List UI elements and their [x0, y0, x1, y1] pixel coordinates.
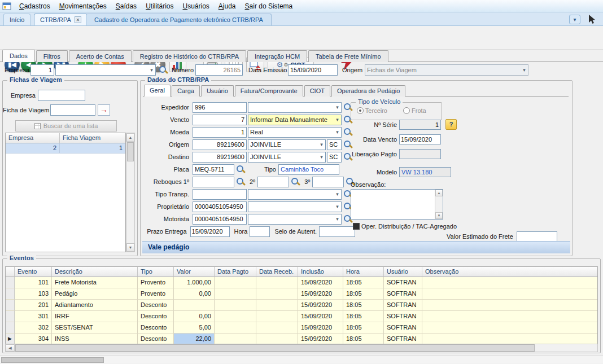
menu-utilitarios[interactable]: Utilitários — [141, 1, 178, 11]
cell-descricao[interactable]: Adiantamento — [52, 300, 138, 311]
valor-estimado-input[interactable] — [517, 231, 557, 242]
cell-ficha[interactable]: 1 — [60, 143, 125, 154]
cell-evento[interactable]: 101 — [15, 277, 52, 288]
eventos-row-current[interactable]: ▶ 304 INSS Desconto 22,00 15/09/2020 18:… — [6, 334, 597, 345]
eventos-hscrollbar[interactable]: ◀ — [5, 344, 598, 352]
cell-descricao[interactable]: SEST/SENAT — [52, 322, 138, 334]
buscar-de-uma-lista-button[interactable]: Buscar de uma lista — [15, 120, 117, 131]
tab-registro-historico[interactable]: Registro de Histórico do CTRB/RPA — [133, 50, 246, 62]
reboque2-search-icon[interactable] — [291, 177, 300, 186]
add-ficha-arrow-icon[interactable]: → — [98, 104, 110, 116]
tab-usuario[interactable]: Usuário — [201, 85, 234, 97]
col-observacao[interactable]: Observação — [422, 267, 597, 277]
cell-usuario[interactable]: SOFTRAN — [384, 322, 422, 334]
data-vencto-input[interactable] — [399, 134, 441, 144]
cell-tipo[interactable]: Desconto — [138, 334, 174, 345]
vale-pedagio-section-header[interactable]: Vale pedágio — [142, 241, 570, 253]
cell-tipo[interactable]: Provento — [138, 277, 174, 288]
cell-usuario[interactable]: SOFTRAN — [384, 277, 422, 288]
cell-valor[interactable]: 0,00 — [174, 288, 215, 300]
vencto-combo[interactable]: Informar Data Manualmente▾ — [248, 115, 342, 125]
scroll-thumb[interactable] — [1, 357, 104, 363]
cell-tipo[interactable]: Desconto — [138, 300, 174, 311]
empresa-input[interactable] — [30, 64, 54, 76]
reboque1-search-icon[interactable] — [236, 177, 245, 186]
fichas-ficha-input[interactable] — [50, 104, 95, 116]
cell-evento[interactable]: 103 — [15, 288, 52, 300]
tab-filtros[interactable]: Filtros — [36, 50, 68, 62]
col-usuario[interactable]: Usuário — [384, 267, 422, 277]
motorista-combo[interactable]: ▾ — [248, 214, 342, 225]
proprietario-combo[interactable]: ▾ — [248, 201, 342, 212]
cell-inclusao[interactable]: 15/09/2020 — [298, 277, 343, 288]
fichas-grid-row[interactable]: 2 1 — [6, 143, 125, 154]
data-emissao-input[interactable] — [288, 64, 338, 76]
cell-evento[interactable]: 304 — [15, 334, 52, 345]
tipo-transp-combo[interactable]: ▾ — [248, 189, 342, 200]
cell-tipo[interactable]: Desconto — [138, 311, 174, 322]
cell-tipo[interactable]: Provento — [138, 288, 174, 300]
col-inclusao[interactable]: Inclusão — [298, 267, 343, 277]
origem-combo[interactable]: Fichas de Viagem▾ — [365, 64, 528, 76]
reboque2-input[interactable] — [257, 177, 289, 187]
observacao-textarea[interactable]: ▲▼ — [351, 189, 443, 220]
cell-observacao[interactable] — [422, 277, 597, 288]
cell-evento[interactable]: 201 — [15, 300, 52, 311]
menu-saidas[interactable]: Saídas — [111, 1, 141, 11]
tab-dados[interactable]: Dados — [2, 50, 35, 62]
help-button[interactable]: ? — [445, 119, 457, 130]
cell-data-pagto[interactable] — [215, 277, 256, 288]
cell-hora[interactable]: 18:05 — [343, 300, 384, 311]
menu-sair[interactable]: Sair do Sistema — [241, 1, 298, 11]
cell-observacao[interactable] — [422, 288, 597, 300]
cell-descricao[interactable]: IRRF — [52, 311, 138, 322]
moeda-code-input[interactable] — [193, 127, 247, 138]
cell-valor[interactable]: 5,00 — [174, 322, 215, 334]
proprietario-input[interactable] — [193, 201, 247, 212]
eventos-row[interactable]: 201 Adiantamento Desconto 15/09/2020 18:… — [6, 300, 597, 311]
radio-frota[interactable]: Frota — [403, 107, 426, 114]
col-data-receb[interactable]: Data Receb. — [256, 267, 298, 277]
cell-data-receb[interactable] — [256, 288, 298, 300]
cursor-pointer-icon[interactable] — [587, 14, 596, 24]
placa-search-icon[interactable] — [236, 165, 245, 174]
vencto-code-input[interactable] — [193, 115, 247, 125]
hora-input[interactable] — [250, 226, 270, 237]
cell-usuario[interactable]: SOFTRAN — [384, 288, 422, 300]
cell-observacao[interactable] — [422, 300, 597, 311]
placa-input[interactable] — [193, 164, 234, 175]
col-evento[interactable]: Evento — [15, 267, 52, 277]
fichas-empresa-input[interactable] — [38, 90, 85, 101]
cell-usuario[interactable]: SOFTRAN — [384, 300, 422, 311]
tab-geral[interactable]: Geral — [144, 85, 171, 97]
eventos-row[interactable]: 302 SEST/SENAT Desconto 5,00 15/09/2020 … — [6, 322, 597, 334]
cell-data-receb[interactable] — [256, 311, 298, 322]
cell-descricao[interactable]: Pedágio — [52, 288, 138, 300]
motorista-input[interactable] — [193, 214, 247, 225]
tipo-veiculo-input[interactable] — [278, 164, 339, 175]
origem-uf-input[interactable] — [327, 139, 342, 150]
destino-city-combo[interactable]: JOINVILLE▾ — [248, 152, 326, 163]
cell-data-receb[interactable] — [256, 322, 298, 334]
cell-hora[interactable]: 18:05 — [343, 334, 384, 345]
tab-acerto-de-contas[interactable]: Acerto de Contas — [69, 50, 132, 62]
col-descricao[interactable]: Descrição — [52, 267, 138, 277]
scroll-left-icon[interactable]: ◀ — [6, 344, 15, 352]
empresa-search-icon[interactable] — [159, 65, 168, 74]
radio-terceiro[interactable]: Terceiro — [357, 107, 387, 114]
tab-fatura-comprovante[interactable]: Fatura/Comprovante — [235, 85, 303, 97]
cell-data-pagto[interactable] — [215, 322, 256, 334]
cell-data-pagto[interactable] — [215, 311, 256, 322]
menu-usuarios[interactable]: Usuários — [178, 1, 213, 11]
scroll-down-icon[interactable]: ▼ — [435, 212, 443, 219]
empresa-combo[interactable]: ▾ — [55, 64, 156, 76]
cell-observacao[interactable] — [422, 322, 597, 334]
origem-code-input[interactable] — [193, 139, 247, 150]
close-tab-icon[interactable]: ✕ — [75, 16, 81, 23]
numero-input[interactable] — [195, 64, 243, 76]
scroll-thumb[interactable] — [15, 344, 535, 352]
scroll-down-icon[interactable]: ▼ — [126, 243, 134, 252]
tab-tabela-frete-minimo[interactable]: Tabela de Frete Mínimo — [308, 50, 388, 62]
tipo-transp-input[interactable] — [193, 189, 247, 200]
tab-integracao-hcm[interactable]: Integração HCM — [247, 50, 307, 62]
